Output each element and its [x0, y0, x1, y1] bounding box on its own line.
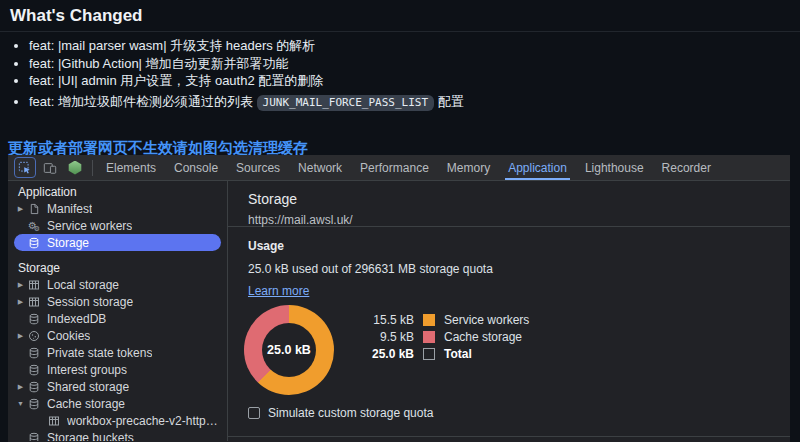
storage-origin: https://mail.awsl.uk/ [248, 213, 790, 227]
sidebar-item-cookies[interactable]: ▶Cookies [14, 327, 221, 344]
tab-lighthouse[interactable]: Lighthouse [576, 155, 653, 180]
simulate-quota-row: Simulate custom storage quota [248, 406, 790, 420]
storage-panel-header: Storage https://mail.awsl.uk/ [228, 181, 790, 227]
sidebar-item-storage[interactable]: Storage [14, 234, 221, 251]
table-icon [27, 295, 41, 308]
sidebar-item-private-state-tokens[interactable]: Private state tokens [14, 344, 221, 361]
storage-panel: Storage https://mail.awsl.uk/ Usage 25.0… [228, 181, 790, 441]
usage-text: 25.0 kB used out of 296631 MB storage qu… [248, 262, 790, 276]
usage-legend: 15.5 kBService workers9.5 kBCache storag… [362, 305, 529, 395]
chevron-right-icon[interactable]: ▶ [14, 281, 27, 289]
sidebar-item-service-workers[interactable]: ⚙⚙Service workers [14, 217, 221, 234]
tab-sources[interactable]: Sources [227, 155, 289, 180]
storage-usage-donut-chart: 25.0 kB [244, 305, 334, 395]
devtools-body: Application▶Manifest⚙⚙Service workersSto… [8, 181, 790, 441]
database-icon [27, 397, 41, 410]
chevron-right-icon[interactable]: ▶ [14, 383, 27, 391]
usage-title: Usage [248, 239, 790, 253]
sidebar-item-interest-groups[interactable]: Interest groups [14, 361, 221, 378]
tab-application[interactable]: Application [499, 155, 576, 180]
file-icon [27, 202, 41, 215]
sidebar-item-label: Shared storage [47, 380, 129, 394]
tab-console[interactable]: Console [165, 155, 227, 180]
sidebar-item-label: Interest groups [47, 363, 127, 377]
change-item: feat: |mail parser wasm| 升级支持 headers 的解… [29, 37, 464, 55]
learn-more-link[interactable]: Learn more [248, 284, 309, 298]
usage-section: Usage 25.0 kB used out of 296631 MB stor… [228, 227, 790, 420]
sidebar-item-label: Storage buckets [47, 431, 134, 442]
device-toolbar-icon[interactable] [40, 158, 60, 177]
code-chip: JUNK_MAIL_FORCE_PASS_LIST [257, 95, 435, 111]
sidebar-item-label: Service workers [47, 219, 132, 233]
sidebar-item-label: IndexedDB [47, 312, 106, 326]
sidebar-item-workbox-precache-v2-https-mai[interactable]: workbox-precache-v2-https://mai… [14, 412, 221, 429]
legend-swatch [423, 314, 435, 326]
changes-list: feat: |mail parser wasm| 升级支持 headers 的解… [12, 37, 464, 113]
legend-value: 9.5 kB [362, 330, 414, 344]
chevron-right-icon[interactable]: ▶ [14, 332, 27, 340]
table-icon [47, 414, 61, 427]
database-icon [27, 363, 41, 376]
page-title: What's Changed [10, 6, 143, 26]
sidebar-item-indexeddb[interactable]: IndexedDB [14, 310, 221, 327]
sidebar-item-storage-buckets[interactable]: Storage buckets [14, 429, 221, 441]
cookie-icon [27, 329, 41, 342]
legend-row-total: 25.0 kBTotal [362, 345, 529, 362]
sidebar-item-shared-storage[interactable]: ▶Shared storage [14, 378, 221, 395]
legend-swatch [423, 348, 435, 360]
simulate-quota-label: Simulate custom storage quota [268, 406, 433, 420]
change-item: feat: 增加垃圾邮件检测必须通过的列表 JUNK_MAIL_FORCE_PA… [29, 92, 464, 113]
chevron-down-icon[interactable]: ▼ [14, 400, 27, 407]
sidebar-item-local-storage[interactable]: ▶Local storage [14, 276, 221, 293]
table-icon [27, 278, 41, 291]
sidebar-item-label: workbox-precache-v2-https://mai… [67, 414, 221, 428]
donut-center-label: 25.0 kB [244, 305, 334, 395]
sidebar-item-label: Private state tokens [47, 346, 152, 360]
database-icon [27, 312, 41, 325]
tab-performance[interactable]: Performance [351, 155, 438, 180]
database-icon [27, 431, 41, 441]
devtools-screenshot: ElementsConsoleSourcesNetworkPerformance… [8, 155, 790, 442]
usage-chart-row: 25.0 kB 15.5 kBService workers9.5 kBCach… [248, 305, 790, 395]
legend-row-service-workers: 15.5 kBService workers [362, 311, 529, 328]
sidebar-item-manifest[interactable]: ▶Manifest [14, 200, 221, 217]
storage-panel-title: Storage [248, 191, 790, 207]
tab-elements[interactable]: Elements [97, 155, 165, 180]
sidebar-section-storage: Storage [8, 260, 227, 276]
sidebar-item-label: Storage [47, 236, 89, 250]
sidebar-item-label: Cache storage [47, 397, 125, 411]
tab-memory[interactable]: Memory [438, 155, 499, 180]
devtools-toolbar: ElementsConsoleSourcesNetworkPerformance… [8, 155, 790, 181]
change-item: feat: |UI| admin 用户设置，支持 oauth2 配置的删除 [29, 72, 464, 90]
legend-label: Total [444, 347, 472, 361]
inspect-element-icon[interactable] [15, 158, 35, 177]
legend-swatch [423, 331, 435, 343]
sidebar-item-label: Cookies [47, 329, 90, 343]
database-icon [27, 380, 41, 393]
sidebar-section-application: Application [8, 184, 227, 200]
title-divider [0, 31, 800, 32]
devtools-sidebar: Application▶Manifest⚙⚙Service workersSto… [8, 181, 228, 441]
legend-label: Cache storage [444, 330, 522, 344]
database-icon [27, 346, 41, 359]
change-item: feat: |Github Action| 增加自动更新并部署功能 [29, 55, 464, 73]
gears-icon: ⚙⚙ [27, 219, 41, 232]
sidebar-item-label: Session storage [47, 295, 133, 309]
chevron-right-icon[interactable]: ▶ [14, 298, 27, 306]
toolbar-divider [92, 160, 93, 176]
devtools-tabs: ElementsConsoleSourcesNetworkPerformance… [97, 155, 720, 180]
chevron-right-icon[interactable]: ▶ [14, 205, 27, 213]
legend-label: Service workers [444, 313, 529, 327]
sidebar-item-cache-storage[interactable]: ▼Cache storage [14, 395, 221, 412]
sidebar-item-session-storage[interactable]: ▶Session storage [14, 293, 221, 310]
sidebar-item-label: Manifest [47, 202, 92, 216]
simulate-quota-checkbox[interactable] [248, 407, 260, 419]
tab-recorder[interactable]: Recorder [653, 155, 720, 180]
legend-row-cache-storage: 9.5 kBCache storage [362, 328, 529, 345]
extension-hexagon-icon[interactable] [65, 158, 85, 177]
sidebar-item-label: Local storage [47, 278, 119, 292]
tab-network[interactable]: Network [289, 155, 351, 180]
legend-value: 25.0 kB [362, 347, 414, 361]
legend-value: 15.5 kB [362, 313, 414, 327]
green-hexagon [68, 161, 82, 175]
